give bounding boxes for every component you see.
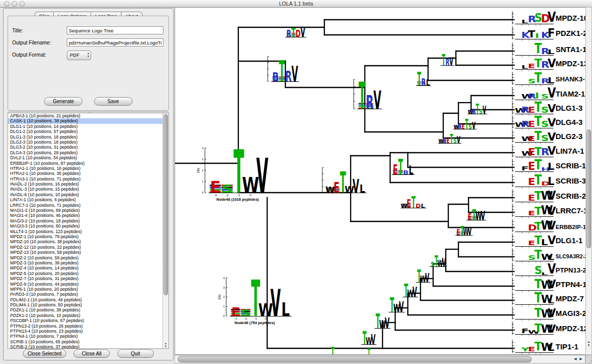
list-item[interactable]: MPDZ-12 (10 positions, 22 peptides) (8, 245, 168, 250)
list-item[interactable]: DLG4-3 (10 positions, 29 peptides) (8, 150, 168, 155)
svg-text:T: T (476, 102, 479, 117)
svg-text:T: T (367, 346, 370, 355)
tree-vertical-scroll-arrows-icon[interactable]: ▲▼ (586, 340, 591, 347)
svg-text:R: R (286, 28, 291, 39)
svg-text:B: B (403, 169, 409, 176)
list-item[interactable]: MAGI3-3 (10 positions, 60 peptides) (8, 223, 168, 229)
svg-text:S: S (469, 123, 472, 131)
list-item[interactable]: MPDZ-2 (10 positions, 59 peptides) (8, 255, 168, 260)
svg-text:E: E (393, 162, 397, 177)
list-item[interactable]: MLLT4-1 (10 positions, 123 peptides) (8, 229, 168, 234)
svg-text:V: V (353, 175, 359, 197)
list-item[interactable]: DLG1-2 (10 positions, 57 peptides) (8, 129, 168, 134)
list-item[interactable]: DLG2-3 (10 positions, 18 peptides) (8, 140, 168, 145)
list-item[interactable]: HTRA1-1 (10 positions, 16 peptides) (8, 166, 168, 171)
list-item[interactable]: MPP6-1 (10 positions, 20 peptides) (8, 287, 168, 292)
tree-vertical-scrollbar[interactable]: ▲▼ (585, 7, 592, 355)
output-format-dropdown[interactable]: PDF ▲▼ (67, 51, 91, 60)
tree-svg: RTDVBTRVTRVTRVTRLWRTSVWRETSVWBETSV01234b… (175, 8, 585, 355)
tree-horizontal-scroll-arrows-icon[interactable]: ◀ ▶ (574, 357, 583, 361)
svg-text:-3: -3 (214, 194, 217, 197)
svg-text:T: T (398, 154, 403, 180)
list-item[interactable]: ERBB2IP-1 (10 positions, 87 peptides) (8, 161, 168, 166)
list-item[interactable]: MPDZ-4 (10 positions, 14 peptides) (8, 265, 168, 270)
list-item[interactable]: MPDZ-7 (10 positions, 31 peptides) (8, 276, 168, 281)
list-item[interactable]: MPDZ-3 (10 positions, 39 peptides) (8, 260, 168, 265)
node-logo: ETWV (455, 224, 473, 238)
list-item[interactable]: LIN7A-1 (10 positions, 6 peptides) (8, 197, 168, 202)
list-item[interactable]: LRRC7-1 (10 positions, 71 peptides) (8, 203, 168, 208)
list-item[interactable]: DLG1-3 (10 positions, 18 peptides) (8, 134, 168, 140)
quit-button[interactable]: Quit (117, 349, 154, 358)
svg-text:R: R (366, 92, 374, 113)
list-item[interactable]: CASK-1 (10 positions, 38 peptides) (8, 118, 168, 123)
tree-vertical-scroll-thumb[interactable] (586, 129, 591, 248)
close-all-button[interactable]: Close All (73, 349, 110, 358)
list-item[interactable]: MPDZ-13 (10 positions, 59 peptides) (8, 250, 168, 255)
tree-horizontal-scroll-thumb[interactable] (178, 356, 532, 362)
svg-text:E: E (333, 179, 340, 196)
list-item[interactable]: INADL-3 (10 positions, 15 peptides) (8, 187, 168, 192)
svg-text:T: T (411, 193, 416, 212)
list-item[interactable]: PARD3-3 (10 positions, 7 peptides) (8, 292, 168, 297)
node-logo: WBETSV (438, 131, 461, 146)
list-item[interactable]: DVL2-1 (10 positions, 34 peptides) (8, 155, 168, 160)
svg-text:B: B (443, 136, 446, 145)
stepper-arrows-icon: ▲▼ (87, 52, 90, 58)
svg-text:T: T (450, 131, 453, 146)
svg-text:bits: bits (196, 167, 200, 173)
node-logo: TRV (354, 74, 382, 118)
svg-text:2: 2 (223, 295, 225, 298)
list-item[interactable]: MAGI1-2 (10 positions, 69 peptides) (8, 208, 168, 213)
list-item[interactable]: INADL-2 (10 positions, 16 peptides) (8, 181, 168, 187)
list-item[interactable]: MPDZ-5 (10 positions, 20 peptides) (8, 271, 168, 276)
list-item[interactable]: MAGI3-2 (10 positions, 18 peptides) (8, 218, 168, 223)
output-format-label: Output Format: (12, 52, 46, 58)
list-item[interactable]: PSCDBP-1 (10 positions, 87 peptides) (8, 318, 168, 323)
domain-list-scrollbar[interactable]: ▲▼ (162, 113, 168, 348)
list-item[interactable]: SCRIB-1 (10 positions, 65 peptides) (8, 339, 168, 344)
tree-horizontal-scrollbar[interactable]: ◀ ▶ (175, 355, 585, 363)
close-selected-button[interactable]: Close Selected (23, 349, 66, 358)
svg-text:bits: bits (218, 294, 221, 300)
list-item[interactable]: PDZK1-1 (10 positions, 38 peptides) (8, 307, 168, 312)
node-logo: ETBL (392, 154, 415, 180)
svg-text:L: L (421, 203, 425, 209)
svg-text:V: V (468, 225, 472, 238)
node-logo: TWV (374, 310, 391, 333)
list-item[interactable]: PDLIM2-1 (10 positions, 49 peptides) (8, 297, 168, 302)
domain-list-scroll-arrows-icon[interactable]: ▲▼ (163, 342, 168, 348)
list-item[interactable]: PTPN13-4 (10 positions, 23 peptides) (8, 329, 168, 334)
save-button[interactable]: Save (94, 97, 133, 106)
svg-text:R: R (421, 76, 426, 88)
svg-text:V: V (385, 314, 390, 332)
svg-text:V: V (373, 85, 381, 115)
output-filename-input[interactable] (67, 38, 163, 47)
generate-button[interactable]: Generate (44, 97, 82, 106)
node-logo: WETDL (401, 193, 427, 212)
svg-text:T: T (359, 74, 366, 118)
list-item[interactable]: MAGI1-4 (10 positions, 46 peptides) (8, 213, 168, 218)
list-item[interactable]: DLG3-2 (10 positions, 31 peptides) (8, 145, 168, 150)
list-item[interactable]: HTRA2-1 (10 positions, 35 peptides) (8, 171, 168, 176)
node-logo: TWV (361, 327, 376, 348)
svg-text:1: 1 (223, 305, 225, 308)
list-item[interactable]: PDZK1-2 (10 positions, 10 peptides) (8, 313, 168, 318)
domain-list-scroll-thumb[interactable] (163, 114, 168, 295)
svg-text:V: V (449, 56, 453, 68)
svg-text:L: L (409, 162, 413, 177)
list-item[interactable]: INADL-6 (10 positions, 10 peptides) (8, 192, 168, 197)
list-item[interactable]: MPDZ-1 (10 positions, 79 peptides) (8, 234, 168, 239)
list-item[interactable]: PDLIM4-1 (10 positions, 50 peptides) (8, 302, 168, 307)
list-item[interactable]: MPDZ-10 (10 positions, 38 peptides) (8, 239, 168, 244)
list-item[interactable]: HTRA3-1 (10 positions, 71 peptides) (8, 176, 168, 181)
title-input[interactable] (67, 26, 163, 34)
list-item[interactable]: PTPN13-2 (10 positions, 26 peptides) (8, 324, 168, 329)
list-item[interactable]: MPDZ-9 (10 positions, 44 peptides) (8, 282, 168, 287)
list-item[interactable]: APBA3-1 (10 positions, 21 peptides) (8, 113, 168, 118)
window-resize-grip[interactable] (585, 355, 592, 364)
list-item[interactable]: DLG1-1 (10 positions, 14 peptides) (8, 124, 168, 129)
list-item[interactable]: PTPN4-1 (10 positions, 7 peptides) (8, 334, 168, 339)
svg-text:E: E (456, 228, 460, 237)
svg-text:B: B (272, 70, 279, 84)
